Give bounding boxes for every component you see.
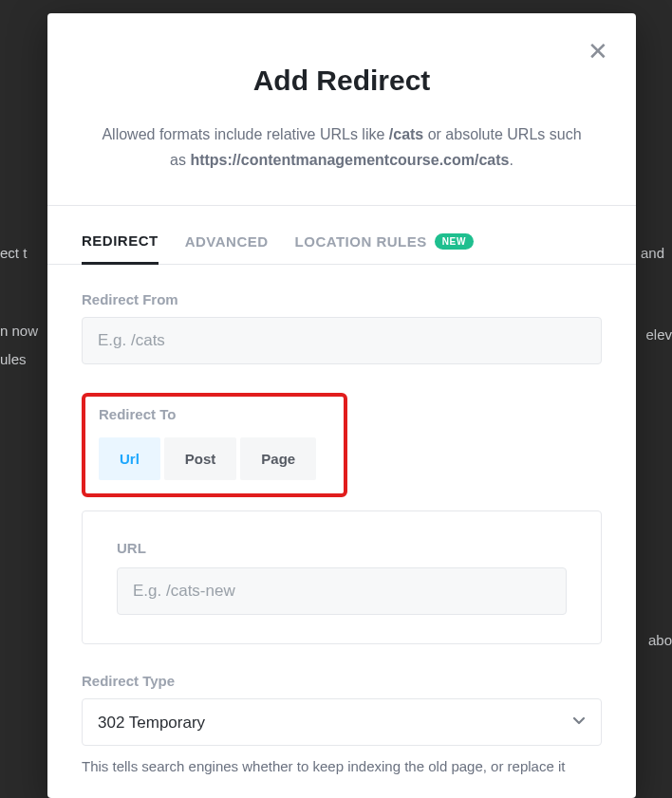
new-badge: NEW bbox=[435, 233, 474, 250]
tab-bar: REDIRECT ADVANCED LOCATION RULES NEW bbox=[47, 206, 636, 265]
subtitle-bold: /cats bbox=[389, 126, 423, 142]
background-text: ect t bbox=[0, 245, 27, 261]
subtitle-bold: https://contentmanagementcourse.com/cats bbox=[190, 152, 509, 168]
modal-title: Add Redirect bbox=[82, 65, 602, 97]
section-redirect-to: Redirect To Url Post Page URL bbox=[82, 393, 602, 644]
url-input[interactable] bbox=[117, 567, 567, 615]
add-redirect-modal: ✕ Add Redirect Allowed formats include r… bbox=[47, 13, 636, 798]
url-field-label: URL bbox=[117, 540, 567, 556]
url-subpanel: URL bbox=[82, 510, 602, 644]
background-text: and bbox=[641, 245, 664, 261]
redirect-to-segmented: Url Post Page bbox=[99, 437, 320, 480]
tab-label: REDIRECT bbox=[82, 232, 159, 249]
redirect-type-help: This tells search engines whether to kee… bbox=[82, 755, 602, 777]
tab-location-rules[interactable]: LOCATION RULES NEW bbox=[295, 223, 474, 264]
tab-label: ADVANCED bbox=[185, 233, 269, 250]
background-text: n now bbox=[0, 323, 38, 339]
section-redirect-type: Redirect Type 302 Temporary This tells s… bbox=[82, 673, 602, 777]
modal-header: Add Redirect Allowed formats include rel… bbox=[47, 13, 636, 206]
redirect-from-label: Redirect From bbox=[82, 291, 602, 307]
subtitle-segment: . bbox=[509, 152, 513, 168]
redirect-type-select-wrap: 302 Temporary bbox=[82, 698, 602, 746]
section-redirect-from: Redirect From bbox=[82, 291, 602, 364]
redirect-to-highlight: Redirect To Url Post Page bbox=[82, 393, 347, 497]
subtitle-segment: Allowed formats include relative URLs li… bbox=[102, 126, 388, 142]
redirect-to-label: Redirect To bbox=[99, 406, 330, 422]
background-text: abo bbox=[648, 632, 672, 648]
redirect-type-label: Redirect Type bbox=[82, 673, 602, 689]
modal-subtitle: Allowed formats include relative URLs li… bbox=[95, 121, 588, 173]
tab-redirect[interactable]: REDIRECT bbox=[82, 223, 159, 265]
seg-post-button[interactable]: Post bbox=[164, 437, 237, 480]
modal-body: Redirect From Redirect To Url Post Page … bbox=[47, 265, 636, 777]
tab-label: LOCATION RULES bbox=[295, 233, 427, 250]
tab-advanced[interactable]: ADVANCED bbox=[185, 223, 269, 264]
seg-page-button[interactable]: Page bbox=[240, 437, 316, 480]
background-text: elev bbox=[645, 326, 672, 343]
redirect-from-input[interactable] bbox=[82, 317, 602, 364]
redirect-type-select[interactable]: 302 Temporary bbox=[82, 698, 602, 746]
background-text: ules bbox=[0, 351, 27, 367]
seg-url-button[interactable]: Url bbox=[99, 437, 160, 480]
